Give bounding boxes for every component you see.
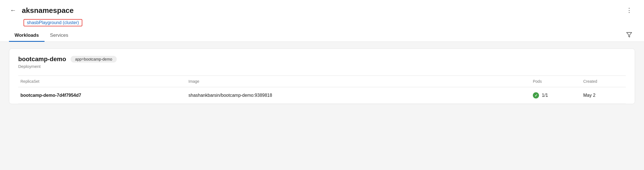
col-created: Created bbox=[581, 79, 626, 84]
app-container: ← aksnamespace ⋮ shasbPlayground (cluste… bbox=[0, 0, 644, 170]
tab-services[interactable]: Services bbox=[45, 30, 74, 42]
filter-button[interactable] bbox=[623, 30, 635, 41]
tabs: Workloads Services bbox=[9, 30, 74, 42]
cluster-badge[interactable]: shasbPlayground (cluster) bbox=[24, 19, 82, 26]
back-button[interactable]: ← bbox=[9, 6, 17, 15]
col-pods: Pods bbox=[531, 79, 581, 84]
cell-created: May 2 bbox=[581, 93, 626, 98]
namespace-title: aksnamespace bbox=[22, 6, 74, 15]
col-image: Image bbox=[186, 79, 531, 84]
workload-label-badge: app=bootcamp-demo bbox=[71, 56, 117, 63]
workload-type: Deployment bbox=[18, 64, 626, 69]
workload-card: bootcamp-demo app=bootcamp-demo Deployme… bbox=[9, 49, 635, 104]
workload-header: bootcamp-demo app=bootcamp-demo bbox=[18, 56, 626, 63]
table-row: bootcamp-demo-7d4f7954d7 shashankbarsin/… bbox=[18, 87, 626, 104]
tabs-row: Workloads Services bbox=[9, 30, 635, 42]
status-healthy-icon bbox=[533, 92, 539, 98]
tab-workloads[interactable]: Workloads bbox=[9, 30, 45, 42]
main-content: bootcamp-demo app=bootcamp-demo Deployme… bbox=[0, 42, 644, 170]
table-header: ReplicaSet Image Pods Created bbox=[18, 75, 626, 87]
cell-replicaset: bootcamp-demo-7d4f7954d7 bbox=[18, 93, 186, 98]
workload-name: bootcamp-demo bbox=[18, 56, 66, 63]
header-left: ← aksnamespace bbox=[9, 6, 74, 15]
more-menu-button[interactable]: ⋮ bbox=[623, 5, 635, 16]
cell-pods: 1/1 bbox=[531, 92, 581, 98]
svg-marker-0 bbox=[627, 33, 632, 37]
col-replicaset: ReplicaSet bbox=[18, 79, 186, 84]
pods-count: 1/1 bbox=[542, 93, 548, 98]
filter-icon bbox=[626, 32, 632, 38]
header-top: ← aksnamespace ⋮ bbox=[9, 5, 635, 16]
header: ← aksnamespace ⋮ shasbPlayground (cluste… bbox=[0, 0, 644, 42]
cell-image: shashankbarsin/bootcamp-demo:9389818 bbox=[186, 93, 531, 98]
